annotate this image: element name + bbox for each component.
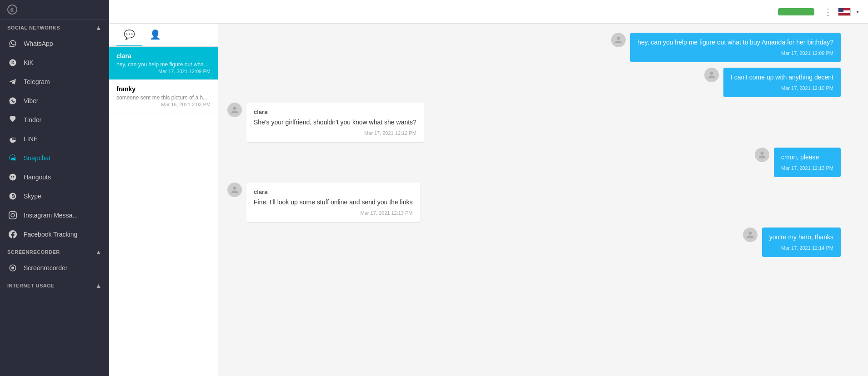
- msg-avatar-msg5: [227, 183, 242, 197]
- conversation-list: 💬 👤 clara hey, can you help me figure ou…: [109, 24, 218, 376]
- msg-bubble-msg3: clara She's your girlfriend, shouldn't y…: [246, 103, 424, 142]
- msg-time-msg4: Mar 17, 2021 12:13 PM: [781, 165, 833, 172]
- conv-time-franky: Mar 16, 2021 2:03 PM: [116, 102, 211, 107]
- geo-fencing-icon: ◎: [7, 5, 17, 15]
- icon-telegram: [7, 76, 18, 87]
- conv-name-franky: franky: [116, 85, 211, 93]
- tab-messages[interactable]: 💬: [116, 24, 142, 46]
- sidebar-item-screenrecorder[interactable]: Screenrecorder: [0, 258, 109, 277]
- sidebar-item-skype[interactable]: Skype: [0, 187, 109, 206]
- tab-contacts[interactable]: 👤: [142, 24, 168, 46]
- section-chevron-screenrecorder: ▲: [95, 248, 102, 256]
- msg-time-msg5: Mar 17, 2021 12:13 PM: [254, 210, 413, 217]
- sidebar-item-label-snapchat: Snapchat: [24, 154, 50, 162]
- section-header-social-networks[interactable]: SOCIAL NETWORKS▲: [0, 20, 109, 34]
- topbar: ⋮ ▾: [109, 0, 868, 24]
- section-header-screenrecorder[interactable]: SCREENRECORDER▲: [0, 244, 109, 258]
- icon-snapchat: [7, 153, 18, 163]
- svg-point-1: [11, 267, 14, 269]
- section-label-internet-usage: INTERNET USAGE: [7, 283, 55, 288]
- msg-time-msg1: Mar 17, 2021 12:09 PM: [637, 50, 833, 57]
- msg-sender-msg5: clara: [254, 188, 413, 196]
- msg-row-msg5: clara Fine, I'll look up some stuff onli…: [227, 183, 841, 222]
- sidebar-item-hangouts[interactable]: Hangouts: [0, 168, 109, 187]
- msg-text-msg6: you're my hero, thanks: [769, 233, 833, 242]
- msg-row-msg2: I can't come up with anything decent Mar…: [227, 68, 841, 97]
- sidebar-item-label-facebook: Facebook Tracking: [24, 231, 77, 238]
- sidebar-item-tinder[interactable]: Tinder: [0, 110, 109, 129]
- sidebar-item-label-instagram: Instagram Messa...: [24, 212, 78, 219]
- section-header-internet-usage[interactable]: INTERNET USAGE▲: [0, 277, 109, 292]
- msg-row-msg4: cmon, please Mar 17, 2021 12:13 PM: [227, 148, 841, 177]
- sidebar-item-label-hangouts: Hangouts: [24, 173, 51, 181]
- section-label-screenrecorder: SCREENRECORDER: [7, 249, 60, 255]
- msg-time-msg6: Mar 17, 2021 12:14 PM: [769, 245, 833, 252]
- section-chevron-internet-usage: ▲: [95, 282, 102, 289]
- icon-viber: [7, 95, 18, 106]
- conv-preview-clara: hey, can you help me figure out wha...: [116, 61, 211, 68]
- sidebar-item-line[interactable]: LINE: [0, 129, 109, 148]
- conv-item-franky[interactable]: franky someone sent me this picture of a…: [109, 80, 218, 113]
- conv-tabs: 💬 👤: [109, 24, 218, 47]
- conv-item-clara[interactable]: clara hey, can you help me figure out wh…: [109, 47, 218, 80]
- more-options-icon[interactable]: ⋮: [823, 6, 833, 17]
- section-label-social-networks: SOCIAL NETWORKS: [7, 25, 60, 30]
- sidebar-item-label-whatsapp: WhatsApp: [24, 40, 53, 47]
- language-flag: [838, 8, 851, 16]
- icon-tinder: [7, 114, 18, 125]
- msg-row-msg1: hey, can you help me figure out what to …: [227, 33, 841, 62]
- conv-preview-franky: someone sent me this picture of a h...: [116, 94, 211, 101]
- sidebar-item-label-line: LINE: [24, 135, 38, 143]
- msg-avatar-msg3: [227, 103, 242, 117]
- icon-kik: [7, 57, 18, 68]
- main-panel: ⋮ ▾ 💬 👤 clara hey, can you help me figur…: [109, 0, 868, 376]
- sidebar-item-instagram[interactable]: Instagram Messa...: [0, 206, 109, 225]
- msg-avatar-msg2: [704, 68, 719, 82]
- conv-name-clara: clara: [116, 52, 211, 59]
- sidebar-item-whatsapp[interactable]: WhatsApp: [0, 34, 109, 53]
- sidebar-item-snapchat[interactable]: Snapchat: [0, 148, 109, 168]
- msg-row-msg6: you're my hero, thanks Mar 17, 2021 12:1…: [227, 228, 841, 257]
- conv-scroll: clara hey, can you help me figure out wh…: [109, 47, 218, 376]
- msg-text-msg5: Fine, I'll look up some stuff online and…: [254, 198, 413, 207]
- msg-bubble-msg1: hey, can you help me figure out what to …: [630, 33, 841, 62]
- icon-hangouts: [7, 172, 18, 183]
- sidebar-item-label-telegram: Telegram: [24, 78, 50, 85]
- icon-skype: [7, 191, 18, 202]
- chat-area: hey, can you help me figure out what to …: [218, 24, 868, 376]
- section-chevron-social-networks: ▲: [95, 24, 102, 31]
- msg-bubble-msg4: cmon, please Mar 17, 2021 12:13 PM: [774, 148, 841, 177]
- sidebar-item-label-viber: Viber: [24, 97, 38, 104]
- sidebar-item-telegram[interactable]: Telegram: [0, 72, 109, 91]
- msg-time-msg3: Mar 17, 2021 12:12 PM: [254, 130, 416, 137]
- conv-time-clara: Mar 17, 2021 12:09 PM: [116, 69, 211, 74]
- sidebar-item-viber[interactable]: Viber: [0, 91, 109, 110]
- msg-avatar-msg4: [755, 148, 769, 162]
- topbar-right: ⋮ ▾: [823, 6, 859, 17]
- msg-bubble-msg5: clara Fine, I'll look up some stuff onli…: [246, 183, 420, 222]
- icon-facebook: [7, 229, 18, 240]
- msg-sender-msg3: clara: [254, 108, 416, 116]
- sidebar-item-facebook[interactable]: Facebook Tracking: [0, 225, 109, 244]
- msg-row-msg3: clara She's your girlfriend, shouldn't y…: [227, 103, 841, 142]
- sidebar-item-label-kik: KiK: [24, 59, 34, 66]
- msg-text-msg3: She's your girlfriend, shouldn't you kno…: [254, 118, 416, 127]
- msg-avatar-msg6: [743, 228, 758, 242]
- msg-avatar-msg1: [611, 33, 626, 47]
- sidebar-top: ◎: [0, 0, 109, 20]
- sidebar: ◎ SOCIAL NETWORKS▲ WhatsApp KiK Telegram…: [0, 0, 109, 376]
- sidebar-item-kik[interactable]: KiK: [0, 53, 109, 72]
- icon-screenrecorder: [7, 262, 18, 273]
- msg-bubble-msg6: you're my hero, thanks Mar 17, 2021 12:1…: [762, 228, 841, 257]
- sidebar-item-label-skype: Skype: [24, 193, 41, 200]
- msg-bubble-msg2: I can't come up with anything decent Mar…: [723, 68, 841, 97]
- content-area: 💬 👤 clara hey, can you help me figure ou…: [109, 24, 868, 376]
- msg-text-msg1: hey, can you help me figure out what to …: [637, 38, 833, 47]
- icon-whatsapp: [7, 38, 18, 49]
- sidebar-item-label-tinder: Tinder: [24, 116, 41, 124]
- language-chevron-icon[interactable]: ▾: [856, 9, 859, 15]
- msg-text-msg4: cmon, please: [781, 153, 833, 162]
- icon-instagram: [7, 210, 18, 221]
- try-now-button[interactable]: [778, 8, 814, 15]
- icon-line: [7, 134, 18, 144]
